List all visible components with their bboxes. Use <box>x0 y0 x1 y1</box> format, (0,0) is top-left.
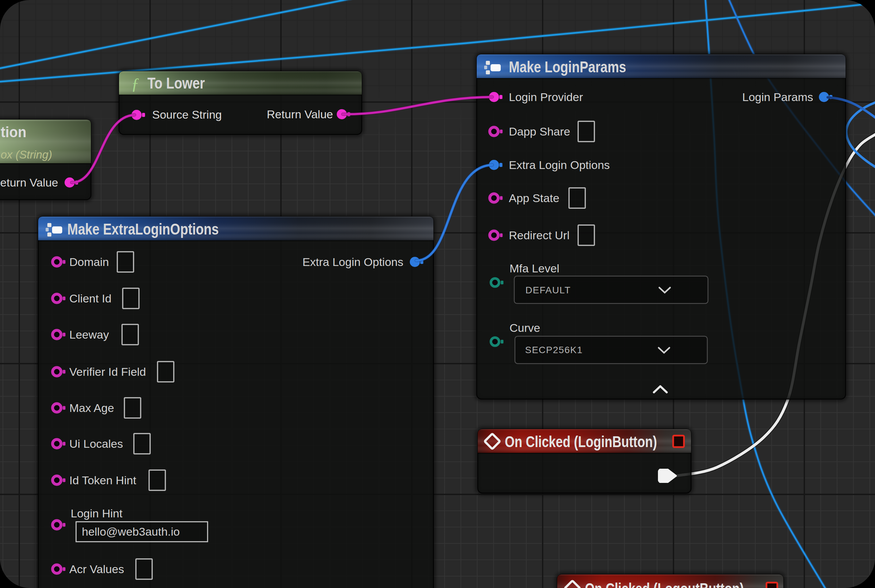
svg-text:Leeway: Leeway <box>69 328 109 341</box>
svg-text:Id Token Hint: Id Token Hint <box>69 474 136 487</box>
svg-text:Login Params: Login Params <box>742 91 813 104</box>
svg-text:ƒ: ƒ <box>131 75 139 93</box>
svg-text:Extra Login Options: Extra Login Options <box>509 159 610 171</box>
svg-text:Extra Login Options: Extra Login Options <box>302 255 403 268</box>
svg-text:SECP256K1: SECP256K1 <box>525 345 583 355</box>
svg-text:Verifier Id Field: Verifier Id Field <box>69 365 146 378</box>
svg-text:Mfa Level: Mfa Level <box>510 262 559 275</box>
svg-text:Login Provider: Login Provider <box>509 91 583 104</box>
svg-text:Ui Locales: Ui Locales <box>69 437 123 450</box>
svg-text:hello@web3auth.io: hello@web3auth.io <box>82 525 180 538</box>
svg-text:Make LoginParams: Make LoginParams <box>509 58 626 76</box>
svg-text:DEFAULT: DEFAULT <box>525 285 571 296</box>
svg-text:Return Value: Return Value <box>267 108 333 121</box>
svg-text:Acr Values: Acr Values <box>69 562 124 576</box>
svg-text:Curve: Curve <box>510 321 540 334</box>
svg-text:On Clicked (LogoutButton): On Clicked (LogoutButton) <box>585 579 744 588</box>
svg-text:Source String: Source String <box>152 108 222 121</box>
svg-text:Make ExtraLoginOptions: Make ExtraLoginOptions <box>67 220 219 238</box>
svg-text:Domain: Domain <box>69 255 109 268</box>
svg-text:eturn Value: eturn Value <box>0 176 58 189</box>
svg-text:Login Hint: Login Hint <box>71 507 123 520</box>
svg-text:ox (String): ox (String) <box>1 148 52 161</box>
svg-text:Max Age: Max Age <box>69 402 114 414</box>
svg-text:Redirect Url: Redirect Url <box>509 229 569 242</box>
svg-text:Dapp Share: Dapp Share <box>509 125 570 138</box>
svg-text:App State: App State <box>509 192 559 204</box>
svg-text:To Lower: To Lower <box>147 74 205 92</box>
svg-text:Client Id: Client Id <box>69 292 111 305</box>
svg-text:tion: tion <box>1 124 26 140</box>
svg-text:On Clicked (LoginButton): On Clicked (LoginButton) <box>505 432 657 450</box>
